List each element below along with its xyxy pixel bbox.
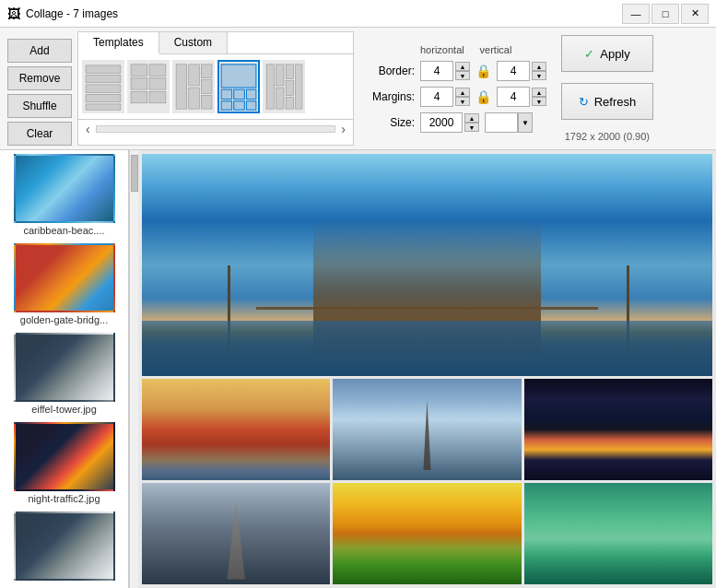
svg-rect-17 [221, 65, 256, 88]
image-thumbnail [14, 154, 115, 223]
svg-rect-14 [201, 65, 212, 78]
svg-rect-15 [201, 80, 212, 94]
template-4[interactable] [217, 60, 260, 113]
template-5[interactable] [263, 60, 305, 113]
tab-custom[interactable]: Custom [159, 32, 228, 53]
collage-main-cell [142, 154, 712, 376]
template-scrollbar [96, 125, 336, 133]
refresh-icon: ↻ [579, 95, 589, 109]
svg-rect-0 [86, 65, 121, 73]
svg-rect-25 [276, 65, 284, 86]
eiffel2-image [142, 483, 330, 584]
margins-h-spinner: ▲ ▼ [420, 87, 470, 107]
size-up[interactable]: ▲ [464, 113, 479, 123]
refresh-button[interactable]: ↻ Refresh [561, 83, 653, 120]
svg-rect-6 [149, 65, 166, 76]
svg-rect-24 [266, 65, 274, 109]
apply-button[interactable]: ✓ Apply [561, 35, 653, 72]
collage-cell-eiffel2 [142, 483, 330, 584]
collage-middle-row [142, 379, 712, 480]
margins-h-down[interactable]: ▼ [455, 97, 470, 106]
main-container: Add Remove Shuffle Clear Templates Custo… [0, 28, 716, 588]
color-dropdown-arrow[interactable]: ▼ [518, 112, 533, 133]
margins-v-input[interactable] [497, 87, 530, 107]
border-h-down[interactable]: ▼ [455, 71, 470, 80]
image-name: caribbean-beac.... [9, 225, 120, 236]
svg-rect-26 [276, 88, 284, 109]
content-area: caribbean-beac.... golden-gate-bridg... … [0, 150, 716, 588]
clear-button[interactable]: Clear [7, 122, 72, 146]
template-prev-arrow[interactable]: ‹ [82, 122, 94, 136]
image-thumbnail [14, 333, 115, 402]
margins-v-up[interactable]: ▲ [532, 88, 546, 97]
image-list-scrollbar[interactable] [129, 150, 138, 588]
sunflower-image [333, 483, 521, 584]
svg-rect-18 [221, 89, 232, 100]
svg-rect-27 [286, 65, 293, 79]
minimize-button[interactable]: — [622, 4, 650, 24]
svg-rect-11 [176, 65, 187, 109]
apply-check-icon: ✓ [584, 47, 594, 61]
border-v-down[interactable]: ▼ [532, 71, 546, 80]
collage-layout [138, 150, 716, 588]
template-3[interactable] [172, 60, 215, 113]
list-item[interactable] [9, 512, 120, 582]
close-button[interactable]: ✕ [681, 4, 709, 24]
tab-templates[interactable]: Templates [78, 32, 159, 54]
app-icon: 🖼 [7, 6, 20, 21]
collage-cell-nature [524, 483, 712, 584]
maximize-button[interactable]: □ [651, 4, 679, 24]
toolbar: Add Remove Shuffle Clear Templates Custo… [0, 28, 716, 150]
remove-button[interactable]: Remove [7, 66, 72, 90]
svg-rect-7 [131, 78, 147, 90]
margins-v-spinner: ▲ ▼ [497, 87, 546, 107]
image-list: caribbean-beac.... golden-gate-bridg... … [0, 150, 129, 588]
template-next-arrow[interactable]: › [337, 122, 349, 136]
margins-label: Margins: [369, 90, 415, 103]
color-swatch[interactable] [485, 112, 518, 133]
svg-rect-5 [131, 65, 147, 76]
margins-h-up[interactable]: ▲ [455, 88, 470, 97]
svg-rect-20 [246, 89, 256, 100]
margins-h-input[interactable] [420, 87, 453, 107]
size-input[interactable] [420, 112, 463, 133]
window-controls: — □ ✕ [622, 4, 709, 24]
svg-rect-4 [86, 104, 121, 110]
image-thumbnail [14, 243, 115, 312]
col-headers-row: horizontal vertical [369, 44, 546, 55]
margins-row: Margins: ▲ ▼ 🔒 ▲ ▼ [369, 87, 546, 107]
svg-rect-12 [189, 65, 200, 86]
image-thumbnail [14, 422, 115, 491]
svg-rect-22 [234, 101, 245, 110]
shuffle-button[interactable]: Shuffle [7, 94, 72, 118]
list-item[interactable]: caribbean-beac.... [9, 154, 120, 236]
margins-v-down[interactable]: ▼ [532, 97, 546, 106]
svg-rect-30 [296, 65, 302, 109]
add-button[interactable]: Add [7, 39, 72, 63]
border-v-input[interactable] [497, 61, 530, 81]
list-item[interactable]: golden-gate-bridg... [9, 243, 120, 325]
border-h-input[interactable] [420, 61, 453, 81]
svg-rect-29 [286, 98, 293, 110]
border-v-up[interactable]: ▲ [532, 62, 546, 71]
color-picker-group: ▼ [485, 112, 533, 133]
margins-link-icon: 🔒 [475, 89, 491, 104]
border-link-icon: 🔒 [475, 64, 491, 78]
collage-bottom-row [142, 483, 712, 584]
svg-rect-16 [201, 95, 212, 109]
collage-cell-traffic [524, 379, 712, 480]
svg-rect-8 [149, 78, 166, 90]
size-spinner: ▲ ▼ [420, 112, 479, 133]
collage-preview [138, 150, 716, 588]
border-row: Border: ▲ ▼ 🔒 ▲ ▼ [369, 61, 546, 81]
collage-cell-golden-gate [142, 379, 330, 480]
border-h-up[interactable]: ▲ [455, 62, 470, 71]
svg-rect-23 [246, 101, 256, 110]
settings-section: horizontal vertical Border: ▲ ▼ 🔒 [359, 31, 556, 146]
size-down[interactable]: ▼ [464, 123, 479, 132]
template-2[interactable] [127, 60, 170, 113]
template-1[interactable] [82, 60, 124, 113]
list-item[interactable]: night-traffic2.jpg [9, 422, 120, 504]
border-v-spinner: ▲ ▼ [497, 61, 546, 81]
list-item[interactable]: eiffel-tower.jpg [9, 333, 120, 415]
